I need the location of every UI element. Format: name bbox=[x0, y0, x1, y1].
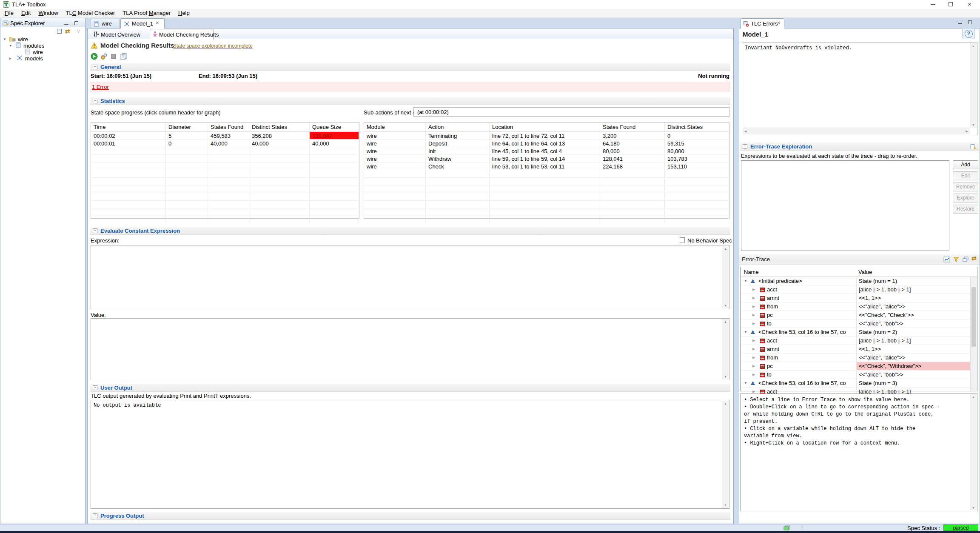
twisty-closed-icon[interactable]: ▶ bbox=[752, 288, 755, 291]
tree-item-spec-wire[interactable]: ▼ wire bbox=[0, 36, 85, 42]
close-tab-icon[interactable]: × bbox=[156, 20, 159, 26]
view-minimize-icon[interactable] bbox=[64, 24, 68, 25]
collapse-section-icon[interactable]: − bbox=[93, 228, 97, 233]
progress-row[interactable]: 00:00:025459,583356,208131,847 bbox=[91, 132, 359, 140]
twisty-closed-icon[interactable]: ▶ bbox=[752, 339, 755, 342]
close-tab-icon[interactable]: × bbox=[206, 31, 210, 37]
link-with-editor-icon[interactable]: ⇄ bbox=[65, 28, 70, 34]
twisty-closed-icon[interactable]: ▶ bbox=[752, 364, 755, 368]
collapse-all-icon[interactable]: − bbox=[57, 29, 62, 34]
scroll-down-icon[interactable]: ▼ bbox=[970, 123, 977, 126]
trace-state-row[interactable]: ▼<Check line 53, col 16 to line 57, coSt… bbox=[741, 328, 977, 336]
trace-variable-row[interactable]: ▶to<<"alice", "bob">> bbox=[741, 371, 977, 379]
scroll-up-icon[interactable]: ▲ bbox=[722, 320, 729, 323]
scroll-up-icon[interactable]: ▲ bbox=[722, 402, 729, 405]
section-title[interactable]: Progress Output bbox=[100, 513, 144, 519]
add-button[interactable]: Add bbox=[953, 160, 978, 169]
refresh-trace-icon[interactable]: ⇄ bbox=[971, 255, 977, 262]
section-title[interactable]: Evaluate Constant Expression bbox=[100, 228, 180, 234]
scroll-down-icon[interactable]: ▼ bbox=[970, 506, 977, 509]
minimize-button[interactable] bbox=[931, 4, 935, 5]
twisty-closed-icon[interactable]: ▶ bbox=[752, 373, 755, 376]
help-button[interactable]: ? bbox=[962, 28, 975, 39]
scrollbar[interactable]: ▲▼ bbox=[722, 401, 729, 508]
editor-tab-wire[interactable]: wire bbox=[91, 19, 120, 28]
view-minimize-icon[interactable] bbox=[958, 23, 962, 24]
twisty-closed-icon[interactable]: ▶ bbox=[9, 57, 11, 60]
stop-icon[interactable] bbox=[111, 54, 116, 59]
scroll-up-icon[interactable]: ▲ bbox=[722, 247, 729, 250]
subaction-row[interactable]: wireDepositline 64, col 1 to line 64, co… bbox=[364, 140, 729, 147]
restore-windows-icon[interactable] bbox=[962, 256, 969, 263]
section-title[interactable]: Statistics bbox=[100, 98, 125, 104]
trace-variable-row[interactable]: ▶acct[alice |-> 1, bob |-> 1] bbox=[741, 285, 977, 294]
edit-button[interactable]: Edit bbox=[953, 171, 978, 180]
trace-variable-row[interactable]: ▶amnt<<1, 1>> bbox=[741, 345, 977, 353]
trace-variable-row[interactable]: ▶to<<"alice", "bob">> bbox=[741, 319, 977, 328]
expression-input[interactable]: ▲▼ bbox=[91, 245, 729, 309]
filter-icon[interactable] bbox=[953, 256, 960, 263]
column-header[interactable]: Diameter bbox=[166, 123, 208, 131]
explore-button[interactable]: Explore bbox=[953, 194, 978, 202]
export-report-icon[interactable] bbox=[120, 53, 127, 60]
close-button[interactable]: × bbox=[968, 0, 971, 8]
no-behavior-spec-checkbox[interactable] bbox=[680, 237, 685, 242]
subaction-row[interactable]: wireCheckline 53, col 1 to line 53, col … bbox=[364, 162, 729, 170]
scroll-left-icon[interactable]: ◀ bbox=[744, 130, 746, 133]
close-tab-icon[interactable]: × bbox=[777, 20, 781, 26]
twisty-closed-icon[interactable]: ▶ bbox=[752, 313, 755, 317]
menu-window[interactable]: Window bbox=[34, 9, 62, 17]
twisty-open-icon[interactable]: ▼ bbox=[9, 44, 12, 48]
subaction-row[interactable]: wireTerminatingline 72, col 1 to line 72… bbox=[364, 132, 729, 140]
tree-item-module-wire[interactable]: wire bbox=[0, 48, 85, 55]
twisty-open-icon[interactable]: ▼ bbox=[3, 37, 6, 41]
scrollbar-horizontal[interactable]: ◀ ▶ bbox=[743, 128, 970, 134]
debug-gears-icon[interactable] bbox=[100, 53, 108, 60]
section-title[interactable]: User Output bbox=[100, 385, 132, 391]
progress-row[interactable]: 00:00:01040,00040,00040,000 bbox=[91, 140, 359, 147]
errors-link[interactable]: 1 Error bbox=[92, 84, 109, 90]
remove-button[interactable]: Remove bbox=[953, 182, 978, 191]
restore-button[interactable]: Restore bbox=[953, 205, 978, 214]
collapse-section-icon[interactable]: − bbox=[743, 144, 747, 149]
column-header[interactable]: Distinct States bbox=[249, 123, 310, 131]
twisty-closed-icon[interactable]: ▶ bbox=[752, 390, 755, 393]
error-message-viewer[interactable]: Invariant NoOverdrafts is violated. ▲ ▼ … bbox=[742, 43, 977, 135]
view-maximize-icon[interactable] bbox=[74, 21, 78, 25]
trace-variable-row-highlighted[interactable]: ▶pc<<"Check", "Withdraw">> bbox=[741, 362, 977, 371]
editor-tab-model-1[interactable]: Model_1 × bbox=[120, 18, 165, 29]
scroll-down-icon[interactable]: ▼ bbox=[722, 504, 729, 507]
menu-file[interactable]: File bbox=[1, 9, 17, 17]
incomplete-state-link[interactable]: State space exploration incomplete bbox=[173, 43, 253, 49]
column-header[interactable]: Queue Size bbox=[310, 123, 359, 131]
trace-variable-row[interactable]: ▶from<<"alice", "alice">> bbox=[741, 302, 977, 311]
view-maximize-icon[interactable] bbox=[968, 20, 972, 24]
column-header[interactable]: Time bbox=[91, 123, 166, 131]
twisty-closed-icon[interactable]: ▶ bbox=[752, 296, 755, 300]
exploration-expression-list[interactable] bbox=[741, 160, 949, 251]
user-output-box[interactable]: No output is available ▲▼ bbox=[91, 400, 729, 509]
scroll-down-icon[interactable]: ▼ bbox=[722, 304, 729, 307]
tlc-errors-tab[interactable]: TLC Errors × bbox=[741, 18, 784, 29]
twisty-open-icon[interactable]: ▼ bbox=[744, 279, 747, 283]
menu-edit[interactable]: Edit bbox=[17, 9, 34, 17]
twisty-closed-icon[interactable]: ▶ bbox=[752, 356, 755, 359]
trace-variable-row[interactable]: ▶pc<<"Check", "Check">> bbox=[741, 311, 977, 319]
scroll-right-icon[interactable]: ▶ bbox=[966, 130, 968, 133]
view-menu-icon[interactable]: ▽ bbox=[77, 29, 80, 33]
trace-variable-row[interactable]: ▶acct[alice |-> 1, bob |-> 1] bbox=[741, 336, 977, 345]
scroll-up-icon[interactable]: ▲ bbox=[970, 45, 977, 48]
page-tab-model-checking-results[interactable]: Model Checking Results × bbox=[150, 29, 214, 40]
scrollbar[interactable] bbox=[970, 277, 977, 391]
trace-variable-row[interactable]: ▶amnt<<1, 1>> bbox=[741, 294, 977, 302]
value-output[interactable]: ▲▼ bbox=[91, 318, 729, 380]
trace-variable-row[interactable]: ▶from<<"alice", "alice">> bbox=[741, 353, 977, 362]
new-exploration-icon[interactable] bbox=[970, 143, 977, 150]
twisty-closed-icon[interactable]: ▶ bbox=[752, 347, 755, 351]
collapse-section-icon[interactable]: − bbox=[93, 65, 97, 69]
collapse-section-icon[interactable]: − bbox=[93, 99, 97, 103]
column-header[interactable]: States Found bbox=[208, 123, 249, 131]
scroll-down-icon[interactable]: ▼ bbox=[722, 375, 729, 378]
trace-state-row[interactable]: ▼<Check line 53, col 16 to line 57, coSt… bbox=[741, 379, 977, 388]
scrollbar[interactable]: ▲▼ bbox=[722, 246, 729, 308]
